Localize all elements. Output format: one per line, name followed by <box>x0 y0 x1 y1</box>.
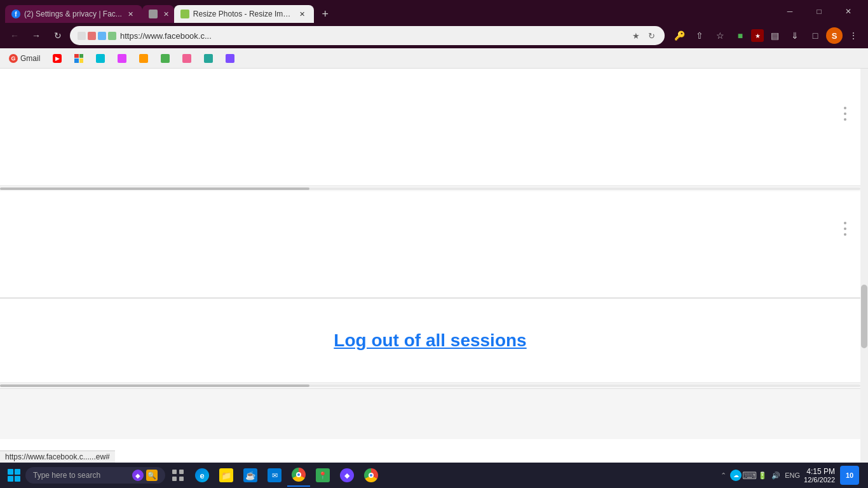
h-scroll-thumb-1[interactable] <box>0 187 309 190</box>
tray-lang[interactable]: ENG <box>783 471 801 479</box>
h-scroll-thumb-2[interactable] <box>0 384 309 387</box>
bm7-favicon <box>161 54 170 63</box>
datetime-display[interactable]: 4:15 PM 12/6/2022 <box>804 467 835 484</box>
tab-facebook[interactable]: (2) Settings & privacy | Fac... ✕ <box>5 5 142 23</box>
notification-button[interactable]: 10 <box>840 466 859 485</box>
minimize-button[interactable]: ─ <box>775 0 804 23</box>
bm8-favicon <box>182 54 191 63</box>
tab-close-resize[interactable]: ✕ <box>297 9 308 19</box>
bookmark-3[interactable] <box>71 53 87 64</box>
windows-logo <box>8 469 20 482</box>
bm9-favicon <box>204 54 213 63</box>
gmail-favicon: G <box>9 54 18 63</box>
logout-section: Log out of all sessions <box>0 299 860 383</box>
tab-group: (2) Settings & privacy | Fac... ✕ ✕ Resi… <box>5 0 773 23</box>
download-icon[interactable]: ⇓ <box>785 26 804 45</box>
tray-keyboard-icon[interactable]: ⌨ <box>743 470 755 481</box>
task-view-button[interactable] <box>166 464 189 487</box>
logout-all-sessions-link[interactable]: Log out of all sessions <box>334 330 526 351</box>
tab-resize[interactable]: Resize Photos - Resize Imag... ✕ <box>174 5 314 23</box>
search-placeholder-text: Type here to search <box>33 471 100 480</box>
address-input[interactable] <box>120 31 627 41</box>
address-bar-container[interactable]: ★ ↻ <box>70 26 665 45</box>
file-explorer-icon: 📁 <box>219 468 233 482</box>
search-btn[interactable]: 🔍 <box>146 470 158 481</box>
cortana-icon[interactable]: ◆ <box>132 470 144 481</box>
session-panel-2 <box>0 191 860 298</box>
h-scrollbar-2[interactable] <box>0 383 860 388</box>
taskbar-search[interactable]: Type here to search ◆ 🔍 <box>25 467 165 484</box>
star-icon[interactable]: ☆ <box>710 26 729 45</box>
back-button[interactable]: ← <box>5 26 24 45</box>
bookmark-9[interactable] <box>200 53 217 64</box>
tray-battery-icon[interactable]: 🔋 <box>757 470 768 481</box>
dot-3 <box>844 118 846 121</box>
mail-icon: ✉ <box>268 468 281 482</box>
dot-2 <box>844 112 846 115</box>
chrome-button-1[interactable] <box>287 464 310 487</box>
search-icons: ◆ 🔍 <box>132 470 158 481</box>
bm3-favicon <box>74 54 83 63</box>
forward-button[interactable]: → <box>27 26 46 45</box>
start-button[interactable] <box>4 465 24 485</box>
settings-area: Log out of all sessions <box>0 69 860 439</box>
puzzle-icon[interactable]: ▤ <box>765 26 784 45</box>
tab-other[interactable]: ✕ <box>142 5 174 23</box>
store-button[interactable]: ☕ <box>239 464 262 487</box>
mail-button[interactable]: ✉ <box>263 464 286 487</box>
more-options-1[interactable] <box>844 107 846 121</box>
bookmarks-bar: G Gmail ▶ <box>0 48 868 69</box>
taskbar: Type here to search ◆ 🔍 <box>0 463 868 488</box>
share-toolbar-icon[interactable]: ⇧ <box>690 26 709 45</box>
extension-icon-2[interactable]: ★ <box>751 29 764 42</box>
scrollbar-thumb[interactable] <box>861 285 867 348</box>
tray-onedrive-icon[interactable]: ☁ <box>730 470 742 481</box>
h-scrollbar-1[interactable] <box>0 186 860 191</box>
close-button[interactable]: ✕ <box>834 0 863 23</box>
more-menu-icon[interactable]: ⋮ <box>844 26 863 45</box>
bookmark-star-icon[interactable]: ★ <box>630 30 642 41</box>
chrome-button-2[interactable] <box>360 464 383 487</box>
chrome-icon-2 <box>364 468 378 482</box>
dot-1 <box>844 107 846 109</box>
bookmark-10[interactable] <box>222 53 238 64</box>
page-wrapper: Log out of all sessions <box>0 69 860 463</box>
browser-frame: (2) Settings & privacy | Fac... ✕ ✕ Resi… <box>0 0 868 488</box>
notification-count: 10 <box>846 471 853 479</box>
edge-taskbar-button[interactable]: e <box>191 464 214 487</box>
reload-button[interactable]: ↻ <box>48 26 67 45</box>
edge-icon: e <box>195 468 209 482</box>
maximize-button[interactable]: □ <box>804 0 834 23</box>
bookmark-7[interactable] <box>157 53 173 64</box>
key-icon[interactable]: 🔑 <box>670 26 689 45</box>
tab-search-icon[interactable]: □ <box>806 26 825 45</box>
tray-arrow[interactable]: ⌃ <box>718 470 728 480</box>
right-scrollbar[interactable] <box>860 69 868 463</box>
tab-close-other[interactable]: ✕ <box>161 9 172 19</box>
profile-button[interactable]: S <box>826 27 843 44</box>
extension-icon-1[interactable]: ■ <box>731 26 750 45</box>
yt-favicon: ▶ <box>53 54 62 63</box>
more-options-2[interactable] <box>844 222 846 236</box>
maps-icon: 📍 <box>316 468 330 482</box>
file-explorer-button[interactable]: 📁 <box>215 464 238 487</box>
tray-icons-group: ⌃ ☁ ⌨ 🔋 🔊 ENG <box>718 470 801 481</box>
maps-button[interactable]: 📍 <box>311 464 334 487</box>
bookmark-8[interactable] <box>179 53 195 64</box>
dot-6 <box>844 233 846 236</box>
svg-rect-1 <box>179 470 184 474</box>
bookmark-gmail[interactable]: G Gmail <box>5 53 44 64</box>
tab-close-facebook[interactable]: ✕ <box>126 9 136 19</box>
calendar-date: 12/6/2022 <box>804 476 835 484</box>
page-area: Log out of all sessions https://www.face… <box>0 69 868 488</box>
share-icon[interactable]: ↻ <box>646 30 657 41</box>
bookmark-4[interactable] <box>92 53 109 64</box>
app7-button[interactable]: ◆ <box>336 464 358 487</box>
bookmark-youtube[interactable]: ▶ <box>49 53 65 64</box>
toolbar-icons: 🔑 ⇧ ☆ ■ ★ ▤ ⇓ □ S ⋮ <box>670 26 863 45</box>
new-tab-button[interactable]: + <box>316 5 334 23</box>
tray-volume-icon[interactable]: 🔊 <box>770 470 782 481</box>
bookmark-5[interactable] <box>114 53 130 64</box>
svg-rect-3 <box>179 477 184 481</box>
bookmark-6[interactable] <box>135 53 152 64</box>
